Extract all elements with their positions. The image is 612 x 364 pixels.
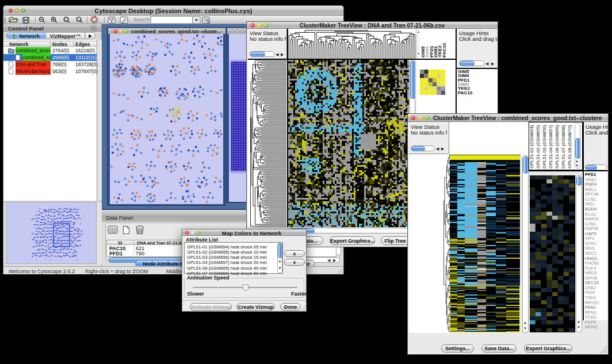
svg-text:1:1: 1:1 [78, 18, 81, 21]
svg-text:PAC10: PAC10 [442, 43, 447, 58]
svg-text:GPL51-07 (GSM868): GPL51-07 (GSM868) [561, 125, 566, 168]
svg-text:GPL51-04 (GSM857): GPL51-04 (GSM857) [548, 125, 553, 168]
svg-text:GPL51-01 (GSM854): GPL51-01 (GSM854) [529, 125, 534, 168]
svg-text:GPL51-02 (GSM855): GPL51-02 (GSM855) [536, 125, 541, 168]
svg-text:Search:: Search: [133, 17, 151, 22]
svg-text:GPL51-08 (GSM872): GPL51-08 (GSM872) [567, 125, 572, 168]
svg-text:GPL51-06 (GSM865): GPL51-06 (GSM865) [554, 125, 560, 168]
svg-text:GPL51-03 (GSM856): GPL51-03 (GSM856) [542, 125, 547, 168]
